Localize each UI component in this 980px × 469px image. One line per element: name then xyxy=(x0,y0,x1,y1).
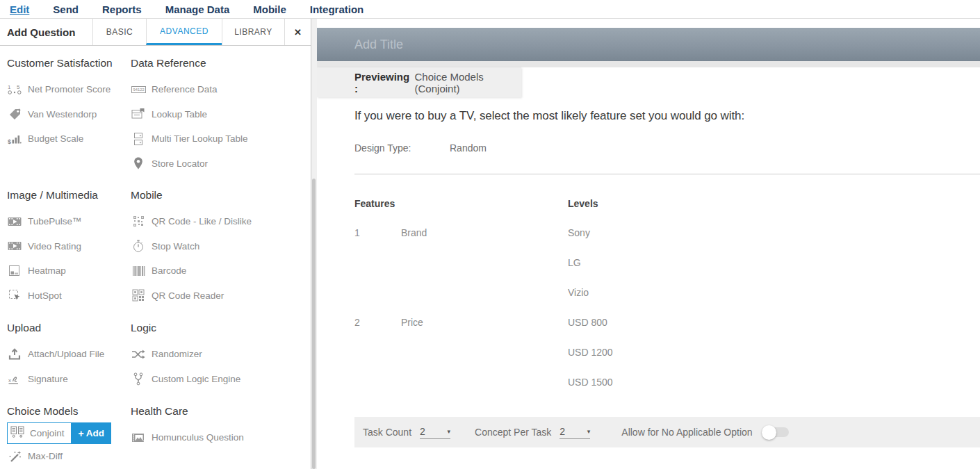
nps-scale-icon: 15 xyxy=(7,83,22,96)
item-label: Lookup Table xyxy=(152,109,207,120)
section-customer-satisfaction: Customer Satisfaction 15 Net Promoter Sc… xyxy=(7,56,131,188)
tab-advanced[interactable]: ADVANCED xyxy=(146,19,222,45)
svg-text:94122: 94122 xyxy=(133,88,144,92)
item-qr-code-reader[interactable]: QR Code Reader xyxy=(131,283,311,308)
section-title: Logic xyxy=(131,321,311,335)
item-max-diff[interactable]: Max-Diff xyxy=(7,444,131,469)
item-label: Multi Tier Lookup Table xyxy=(152,133,248,144)
item-label: Van Westendorp xyxy=(28,109,97,120)
item-hotspot[interactable]: HotSpot xyxy=(7,283,131,308)
item-budget-scale[interactable]: $ Budget Scale xyxy=(7,126,131,151)
title-placeholder: Add Title xyxy=(354,38,403,52)
features-levels-table: Features Levels 1 Brand Sony LG Vizio 2 … xyxy=(354,197,980,405)
main-area: Add Question BASIC ADVANCED LIBRARY ✕ Cu… xyxy=(0,19,980,469)
item-homunculus-question[interactable]: Homunculus Question xyxy=(131,425,311,450)
branch-icon xyxy=(131,372,146,386)
item-heatmap[interactable]: Heatmap xyxy=(7,258,131,283)
concept-per-task-value: 2 xyxy=(560,426,565,437)
item-signature[interactable]: x Signature xyxy=(7,367,131,392)
item-barcode[interactable]: Barcode xyxy=(131,258,311,283)
item-label: Max-Diff xyxy=(28,451,63,461)
nav-integration[interactable]: Integration xyxy=(310,3,364,15)
design-type-label: Design Type: xyxy=(354,142,450,154)
section-logic: Logic Randomizer Custom Logic Engine xyxy=(131,321,311,404)
item-video-rating[interactable]: Video Rating xyxy=(7,234,131,259)
feature-levels: Sony LG Vizio xyxy=(568,226,980,315)
hotspot-cursor-icon xyxy=(7,289,22,302)
top-navigation: Edit Send Reports Manage Data Mobile Int… xyxy=(0,0,980,19)
item-label: Budget Scale xyxy=(28,133,83,144)
upload-icon xyxy=(7,348,22,361)
level-value: LG xyxy=(568,256,980,286)
nav-send[interactable]: Send xyxy=(53,3,79,15)
item-reference-data[interactable]: 94122 Reference Data xyxy=(131,77,311,102)
tab-basic[interactable]: BASIC xyxy=(92,19,146,45)
signature-icon: x xyxy=(7,372,22,385)
item-custom-logic-engine[interactable]: Custom Logic Engine xyxy=(131,367,311,392)
feature-number: 1 xyxy=(354,226,401,315)
section-title: Health Care xyxy=(131,404,311,418)
section-health-care: Health Care Homunculus Question xyxy=(131,404,311,469)
price-tag-icon xyxy=(7,108,22,120)
item-tubepulse[interactable]: TubePulse™ xyxy=(7,209,131,234)
item-store-locator[interactable]: Store Locator xyxy=(131,151,311,176)
panel-title: Add Question xyxy=(0,19,92,45)
item-net-promoter-score[interactable]: 15 Net Promoter Score xyxy=(7,77,131,102)
item-van-westendorp[interactable]: Van Westendorp xyxy=(7,102,131,127)
concept-per-task-dropdown[interactable]: 2 ▾ xyxy=(560,426,590,439)
qr-reader-icon xyxy=(131,289,146,302)
item-randomizer[interactable]: Randomizer xyxy=(131,342,311,367)
item-label: Conjoint xyxy=(30,428,65,438)
question-title-input[interactable]: Add Title xyxy=(317,28,980,61)
section-image-multimedia: Image / Multimedia TubePulse™ Video Rati… xyxy=(7,188,131,321)
close-panel-button[interactable]: ✕ xyxy=(284,19,311,45)
nav-mobile[interactable]: Mobile xyxy=(253,3,286,15)
no-applicable-option-toggle[interactable] xyxy=(762,427,789,437)
item-qr-code-like-dislike[interactable]: QR Code - Like / Dislike xyxy=(131,209,311,234)
item-label: Barcode xyxy=(152,265,186,276)
level-value: Sony xyxy=(568,226,980,256)
heatmap-icon xyxy=(7,265,22,277)
feature-name: Brand xyxy=(401,226,568,315)
item-label: Homunculus Question xyxy=(152,432,244,443)
item-conjoint[interactable]: Conjoint xyxy=(7,422,72,444)
task-count-value: 2 xyxy=(420,426,425,437)
item-stop-watch[interactable]: Stop Watch xyxy=(131,234,311,259)
item-label: Stop Watch xyxy=(152,241,199,252)
svg-text:5: 5 xyxy=(17,84,20,90)
item-attach-upload-file[interactable]: Attach/Upload File xyxy=(7,342,131,367)
task-count-dropdown[interactable]: 2 ▾ xyxy=(420,426,450,439)
section-data-reference: Data Reference 94122 Reference Data Look… xyxy=(131,56,311,188)
item-label: Video Rating xyxy=(28,241,81,252)
section-title: Data Reference xyxy=(131,56,311,70)
item-lookup-table[interactable]: Lookup Table xyxy=(131,102,311,127)
add-button-label: Add xyxy=(86,428,104,438)
nav-reports[interactable]: Reports xyxy=(102,3,142,15)
question-text: If you were to buy a TV, select the most… xyxy=(354,109,980,123)
divider-strip xyxy=(317,61,980,67)
barcode-icon xyxy=(131,265,146,277)
magic-wand-icon xyxy=(7,450,22,463)
section-title: Image / Multimedia xyxy=(7,188,131,202)
item-label: Reference Data xyxy=(152,84,218,94)
feature-name: Price xyxy=(401,315,568,405)
nav-manage-data[interactable]: Manage Data xyxy=(165,3,230,15)
section-title: Choice Models xyxy=(7,404,131,418)
section-divider xyxy=(354,174,980,174)
section-upload: Upload Attach/Upload File x Signature xyxy=(7,321,131,404)
conjoint-cards-icon xyxy=(10,426,24,441)
section-title: Customer Satisfaction xyxy=(7,56,131,70)
homunculus-icon xyxy=(131,431,146,444)
add-conjoint-button[interactable]: +Add xyxy=(72,422,111,444)
chevron-down-icon: ▾ xyxy=(587,428,591,435)
nav-edit[interactable]: Edit xyxy=(10,3,29,15)
table-row: 2 Price USD 800 USD 1200 USD 1500 xyxy=(354,315,980,405)
scrollbar-thumb[interactable] xyxy=(312,179,316,469)
item-label: Heatmap xyxy=(28,265,66,276)
levels-header: Levels xyxy=(568,197,980,211)
features-header: Features xyxy=(354,197,568,211)
panel-scrollbar[interactable] xyxy=(311,19,317,469)
item-multi-tier-lookup-table[interactable]: Multi Tier Lookup Table xyxy=(131,126,311,151)
tab-library[interactable]: LIBRARY xyxy=(222,19,284,45)
previewing-label: Previewing : xyxy=(354,71,411,94)
